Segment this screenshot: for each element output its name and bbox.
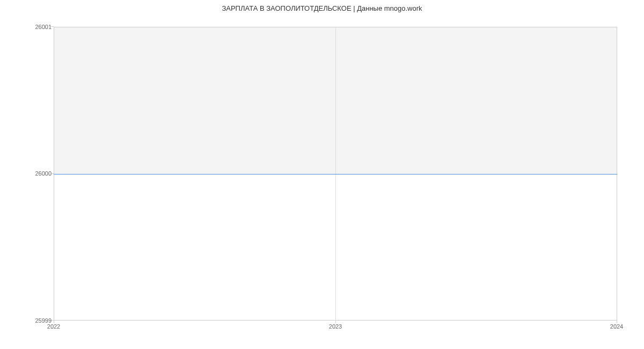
- chart-container: ЗАРПЛАТА В ЗАОПОЛИТОТДЕЛЬСКОЕ | Данные m…: [0, 0, 644, 349]
- y-tick-label: 26001: [35, 24, 52, 30]
- x-tick-label: 2022: [47, 323, 60, 330]
- plot-area: [54, 27, 617, 321]
- x-tick-label: 2023: [329, 323, 342, 330]
- x-tick-label: 2024: [610, 323, 623, 330]
- chart-title: ЗАРПЛАТА В ЗАОПОЛИТОТДЕЛЬСКОЕ | Данные m…: [0, 4, 644, 12]
- data-line: [54, 174, 617, 174]
- y-tick-label: 26000: [35, 170, 52, 177]
